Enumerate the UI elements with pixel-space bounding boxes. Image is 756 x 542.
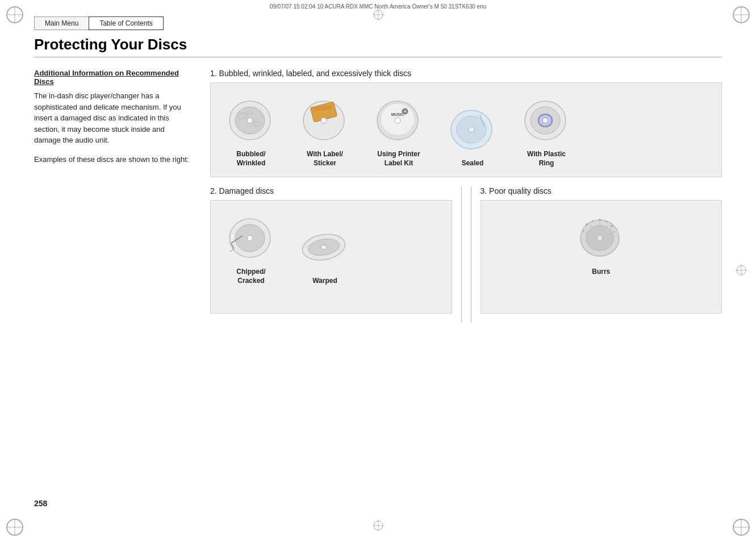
right-column: 1. Bubbled, wrinkled, labeled, and exces… bbox=[210, 69, 722, 323]
disc-image-chipped bbox=[225, 212, 277, 263]
disc-image-sticker bbox=[299, 94, 350, 145]
svg-point-62 bbox=[606, 221, 608, 223]
corner-decoration-bl bbox=[5, 517, 25, 537]
disc-image-warped bbox=[299, 221, 350, 272]
section2-box: Chipped/Cracked bbox=[210, 200, 452, 314]
svg-point-66 bbox=[586, 223, 588, 226]
svg-point-42 bbox=[469, 127, 474, 132]
crosshair-right bbox=[734, 264, 748, 279]
svg-text:MUSIC: MUSIC bbox=[391, 112, 404, 116]
svg-point-47 bbox=[542, 118, 548, 123]
section-title: Additional Information on Recommended Di… bbox=[34, 69, 193, 86]
disc-item-sealed: Sealed bbox=[441, 103, 504, 168]
section1-disc-row: Bubbled/Wrinkled bbox=[220, 94, 712, 168]
disc-caption-sealed: Sealed bbox=[462, 159, 484, 168]
disc-item-printer: MUSIC CD Using PrinterLabel Kit bbox=[367, 94, 430, 168]
disc-image-ring bbox=[521, 94, 572, 145]
corner-decoration-tr bbox=[731, 5, 751, 25]
section3-disc-row: Burrs bbox=[490, 212, 713, 277]
nav-buttons: Main Menu Table of Contents bbox=[34, 16, 756, 30]
section3: 3. Poor quality discs bbox=[471, 186, 722, 323]
disc-image-burrs bbox=[575, 212, 626, 263]
section3-box: Burrs bbox=[481, 200, 722, 314]
svg-point-36 bbox=[395, 118, 400, 123]
page-title: Protecting Your Discs bbox=[34, 36, 722, 57]
left-column: Additional Information on Recommended Di… bbox=[34, 69, 193, 323]
crosshair-top bbox=[371, 8, 385, 23]
disc-caption-ring: With PlasticRing bbox=[527, 150, 566, 168]
corner-decoration-tl bbox=[5, 5, 25, 25]
section1-box: Bubbled/Wrinkled bbox=[210, 82, 722, 177]
svg-point-23 bbox=[247, 118, 253, 123]
svg-point-61 bbox=[599, 219, 601, 221]
page-wrapper: 09/07/07 15:02:04 10 ACURA RDX MMC North… bbox=[0, 0, 756, 542]
disc-caption-burrs: Burrs bbox=[592, 268, 610, 277]
disc-item-sticker: With Label/Sticker bbox=[294, 94, 356, 168]
disc-image-printer: MUSIC CD bbox=[373, 94, 424, 145]
section-body-1: The in-dash disc player/changer has a so… bbox=[34, 90, 193, 146]
section2-disc-row: Chipped/Cracked bbox=[220, 212, 442, 285]
disc-item-bubbled: Bubbled/Wrinkled bbox=[220, 94, 282, 168]
svg-point-63 bbox=[611, 225, 613, 227]
section1-label: 1. Bubbled, wrinkled, labeled, and exces… bbox=[210, 69, 722, 78]
svg-point-60 bbox=[597, 235, 603, 241]
crosshair-bottom bbox=[371, 519, 385, 534]
corner-decoration-br bbox=[731, 517, 751, 537]
disc-caption-sticker: With Label/Sticker bbox=[307, 150, 343, 168]
disc-item-ring: With PlasticRing bbox=[515, 94, 578, 168]
disc-image-sealed bbox=[447, 103, 498, 155]
svg-line-53 bbox=[230, 249, 234, 252]
disc-item-burrs: Burrs bbox=[570, 212, 632, 277]
svg-point-50 bbox=[247, 235, 253, 241]
disc-item-chipped: Chipped/Cracked bbox=[220, 212, 282, 285]
lower-row: 2. Damaged discs bbox=[210, 186, 722, 323]
section3-label: 3. Poor quality discs bbox=[481, 186, 722, 195]
section-body-2: Examples of these discs are shown to the… bbox=[34, 154, 193, 165]
disc-caption-bubbled: Bubbled/Wrinkled bbox=[236, 150, 265, 168]
svg-point-67 bbox=[583, 231, 584, 232]
disc-image-bubbled bbox=[225, 94, 277, 145]
svg-point-65 bbox=[592, 220, 594, 222]
section2: 2. Damaged discs bbox=[210, 186, 462, 323]
disc-item-warped: Warped bbox=[294, 221, 356, 286]
disc-caption-printer: Using PrinterLabel Kit bbox=[377, 150, 420, 168]
svg-point-31 bbox=[321, 118, 327, 123]
table-of-contents-button[interactable]: Table of Contents bbox=[89, 16, 163, 30]
page-number: 258 bbox=[34, 499, 47, 508]
disc-caption-chipped: Chipped/Cracked bbox=[236, 268, 265, 285]
svg-point-38 bbox=[404, 110, 406, 112]
section2-label: 2. Damaged discs bbox=[210, 186, 452, 195]
main-content: Additional Information on Recommended Di… bbox=[34, 69, 722, 323]
svg-point-64 bbox=[613, 231, 615, 233]
main-menu-button[interactable]: Main Menu bbox=[34, 16, 89, 30]
disc-caption-warped: Warped bbox=[312, 277, 337, 286]
